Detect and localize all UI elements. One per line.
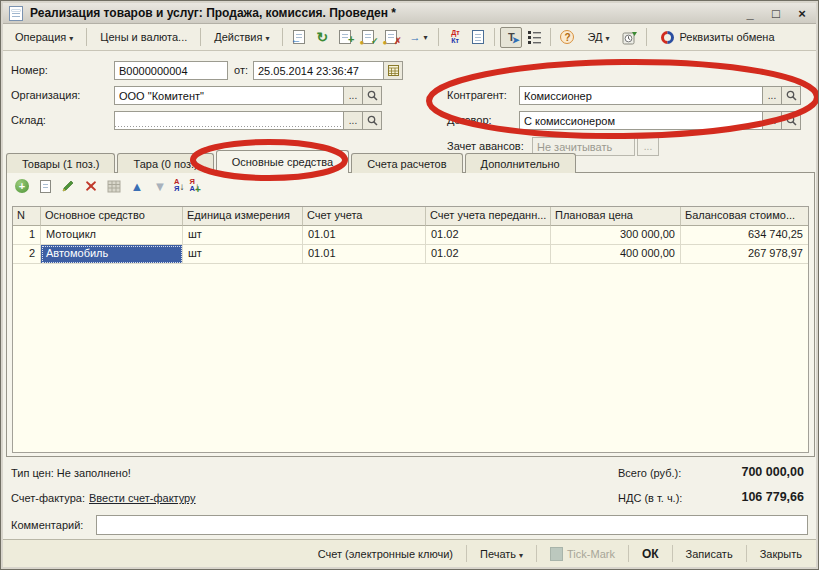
refresh-icon: ↻ <box>317 29 329 45</box>
table-cell[interactable]: 01.02 <box>426 226 551 245</box>
tab-settlement-accounts[interactable]: Счета расчетов <box>351 153 462 173</box>
save-button[interactable]: Записать <box>680 545 739 563</box>
table-cell[interactable]: 1 <box>13 226 41 245</box>
tab-containers[interactable]: Тара (0 поз.) <box>117 153 213 173</box>
col-header-transferred-account: Счет учета переданн... <box>426 207 551 226</box>
counterparty-input[interactable] <box>520 87 762 104</box>
timeline-button[interactable]: Т➤ <box>500 27 522 48</box>
prices-currency-button[interactable]: Цены и валюта... <box>92 27 195 47</box>
reread-button[interactable]: ← <box>288 27 310 48</box>
table-cell[interactable]: Мотоцикл <box>41 226 183 245</box>
counterparty-select-button[interactable]: ... <box>762 87 781 104</box>
actions-menu-button[interactable]: Действия▾ <box>206 27 277 47</box>
chevron-down-icon: ▾ <box>423 33 427 42</box>
organization-input[interactable] <box>115 87 343 104</box>
tab-fixed-assets[interactable]: Основные средства <box>216 150 350 173</box>
post-document-button[interactable]: ✓● <box>357 27 379 48</box>
edit-row-button[interactable] <box>59 177 77 195</box>
fixed-assets-table: N Основное средство Единица измерения Сч… <box>12 206 809 453</box>
col-header-asset: Основное средство <box>41 207 183 226</box>
pencil-icon <box>61 179 75 193</box>
document-structure-button[interactable] <box>467 27 489 48</box>
minimize-button[interactable]: _ <box>742 6 758 21</box>
1c-exchange-icon <box>660 30 675 45</box>
table-cell[interactable]: 01.01 <box>303 226 426 245</box>
postings-dtkt-button[interactable]: ДтКт <box>444 27 466 48</box>
warehouse-field[interactable]: ... <box>114 111 382 130</box>
exchange-details-button[interactable]: Реквизиты обмена <box>652 26 783 49</box>
enter-invoice-link[interactable]: Ввести счет-фактуру <box>89 492 196 504</box>
warehouse-open-button[interactable] <box>362 112 381 129</box>
contract-open-button[interactable] <box>781 112 800 129</box>
contract-select-button[interactable]: ... <box>762 112 781 129</box>
comment-input[interactable] <box>97 516 807 534</box>
warehouse-label: Склад: <box>11 114 46 126</box>
reread-arrow-icon: ← <box>290 34 301 45</box>
date-field[interactable] <box>253 61 403 80</box>
advance-offset-select-button: ... <box>637 137 659 156</box>
unpost-document-button[interactable]: ✗● <box>380 27 402 48</box>
tab-additional[interactable]: Дополнительно <box>465 153 576 173</box>
tickmark-icon <box>550 547 563 561</box>
add-row-button[interactable]: + <box>13 177 31 195</box>
table-cell[interactable]: 634 740,25 <box>681 226 808 245</box>
list-settings-button[interactable] <box>523 27 545 48</box>
move-up-button[interactable]: ▲ <box>128 177 146 195</box>
contract-input[interactable] <box>520 112 762 129</box>
date-input[interactable] <box>254 62 383 79</box>
number-input[interactable] <box>115 62 227 79</box>
warehouse-select-button[interactable]: ... <box>343 112 362 129</box>
contract-field[interactable]: ... <box>519 111 801 130</box>
copy-document-button[interactable]: + <box>334 27 356 48</box>
warehouse-input[interactable] <box>115 112 343 129</box>
chevron-down-icon: ▾ <box>519 551 523 560</box>
sort-ascending-button[interactable]: АЯ↓ <box>174 179 184 193</box>
table-cell[interactable]: 01.02 <box>426 245 551 264</box>
organization-field[interactable]: ... <box>114 86 382 105</box>
toolbar-separator <box>86 28 87 46</box>
table-cell[interactable]: 400 000,00 <box>551 245 681 264</box>
help-button[interactable]: ? <box>556 27 578 48</box>
tab-goods[interactable]: Товары (1 поз.) <box>6 153 115 173</box>
grid-icon <box>107 180 121 193</box>
maximize-button[interactable]: □ <box>768 6 784 21</box>
table-cell-selected[interactable]: Автомобиль <box>41 245 183 264</box>
organization-label: Организация: <box>11 89 80 101</box>
chevron-down-icon: ▾ <box>605 34 609 43</box>
invoice-keys-button[interactable]: Счет (электронные ключи) <box>312 545 459 563</box>
copy-row-button[interactable]: + <box>36 177 54 195</box>
chevron-down-icon: ▾ <box>69 34 73 43</box>
col-header-planned-price: Плановая цена <box>551 207 681 226</box>
exchange-history-button[interactable] <box>619 27 641 48</box>
operation-menu-button[interactable]: Операция▾ <box>7 27 81 47</box>
organization-select-button[interactable]: ... <box>343 87 362 104</box>
counterparty-open-button[interactable] <box>781 87 800 104</box>
table-cell[interactable]: шт <box>183 245 303 264</box>
counterparty-field[interactable]: ... <box>519 86 801 105</box>
comment-field[interactable] <box>96 515 808 535</box>
refresh-button[interactable]: ↻ <box>311 27 333 48</box>
table-cell[interactable]: 267 978,97 <box>681 245 808 264</box>
calendar-button[interactable] <box>383 62 402 79</box>
number-field[interactable] <box>114 61 228 80</box>
table-cell[interactable]: 2 <box>13 245 41 264</box>
goto-button[interactable]: →▾ <box>403 27 433 48</box>
ok-button[interactable]: ОК <box>636 544 665 564</box>
close-form-button[interactable]: Закрыть <box>754 545 808 563</box>
organization-open-button[interactable] <box>362 87 381 104</box>
table-cell[interactable]: шт <box>183 226 303 245</box>
table-cell[interactable]: 300 000,00 <box>551 226 681 245</box>
ed-menu-button[interactable]: ЭД▾ <box>579 27 617 47</box>
col-header-n: N <box>13 207 41 226</box>
title-bar[interactable]: Реализация товаров и услуг: Продажа, ком… <box>3 3 816 24</box>
total-value: 700 000,00 <box>741 465 804 479</box>
magnifier-icon <box>786 115 797 126</box>
print-button[interactable]: Печать▾ <box>474 545 529 563</box>
table-cell[interactable]: 01.01 <box>303 245 426 264</box>
cursor-icon: ➤ <box>512 36 520 45</box>
close-button[interactable]: × <box>794 6 810 21</box>
delete-row-button[interactable] <box>82 177 100 195</box>
date-label: от: <box>234 64 248 76</box>
magnifier-icon <box>367 90 378 101</box>
col-header-book-value: Балансовая стоимо... <box>681 207 808 226</box>
